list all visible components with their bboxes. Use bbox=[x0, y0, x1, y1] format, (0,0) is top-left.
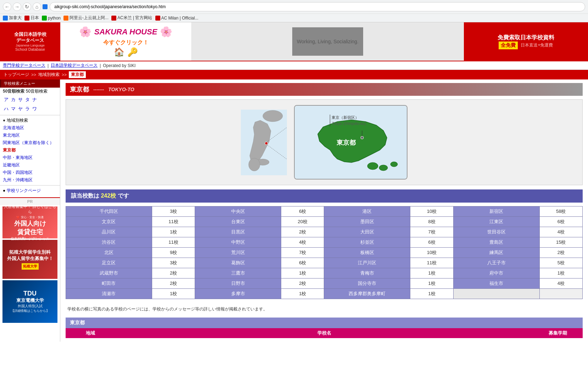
pr-banner-tdu[interactable]: TDU 東京電機大学 外国人特別入試 【詳細情報はこちらから】 bbox=[2, 280, 57, 323]
district-edogawa[interactable]: 江戸川区 bbox=[324, 258, 410, 268]
count-shibuya: 11校 bbox=[152, 237, 195, 248]
hiragana-grid-row2: ハ マ ヤ ラ ワ bbox=[0, 104, 60, 114]
district-nakano[interactable]: 中野区 bbox=[195, 237, 281, 248]
district-kiyose[interactable]: 清瀬市 bbox=[66, 289, 152, 299]
tdu-badge: 拓殖大学 bbox=[22, 263, 39, 270]
table-row: 千代田区 3校 中央区 6校 港区 10校 新宿区 58校 bbox=[66, 206, 583, 217]
district-meguro[interactable]: 目黒区 bbox=[195, 227, 281, 237]
pr-rental-cta: 入居者募集中！ 詳しくはこちら bbox=[2, 204, 57, 215]
district-machida[interactable]: 町田市 bbox=[66, 279, 152, 289]
region-link-kinki[interactable]: 近畿地区 bbox=[3, 162, 20, 167]
refresh-button[interactable]: ↻ bbox=[23, 2, 31, 11]
bookmark-japan[interactable]: 日本 bbox=[24, 15, 39, 21]
pr-banner-rental[interactable]: 入居者募集中！ 詳しくはこちら ❤️ 安心・安全・快適 外国人向け 賃貸住宅 住… bbox=[2, 206, 57, 238]
district-hachioji[interactable]: 八王子市 bbox=[453, 258, 539, 268]
bookmark-acmilan-jp[interactable]: AC米兰 | 官方网站 bbox=[111, 15, 152, 21]
pr-banner-takushoku[interactable]: 拓殖大学留学生別科 外国人留学生募集中！ 拓殖大学 bbox=[2, 240, 57, 279]
count-kiyose: 1校 bbox=[152, 289, 195, 299]
sidebar-region-kinki[interactable]: 近畿地区 bbox=[0, 161, 60, 169]
hira-ma[interactable]: マ bbox=[10, 106, 16, 112]
bookmark-aliyun[interactable]: 阿里云-上云就上阿... bbox=[63, 15, 109, 21]
district-fuchu[interactable]: 府中市 bbox=[453, 268, 539, 279]
sidebar-region-kyushu[interactable]: 九州・沖縄地区 bbox=[0, 176, 60, 184]
district-mitaka[interactable]: 三鷹市 bbox=[195, 268, 281, 279]
senmon-link[interactable]: 専門学校データベース bbox=[3, 62, 45, 68]
sidebar-region-tokyo[interactable]: 東京都 bbox=[0, 147, 60, 154]
hira-na[interactable]: ナ bbox=[31, 96, 38, 103]
district-koto[interactable]: 江東区 bbox=[453, 217, 539, 227]
hira-sa[interactable]: サ bbox=[17, 96, 23, 103]
school-link-anchor[interactable]: 学校リンクページ bbox=[7, 188, 41, 193]
district-adachi[interactable]: 足立区 bbox=[66, 258, 152, 268]
breadcrumb-region[interactable]: 地域別検索 bbox=[38, 72, 60, 78]
district-shibuya[interactable]: 渋谷区 bbox=[66, 237, 152, 248]
count-suginami: 6校 bbox=[410, 237, 453, 248]
district-nerima[interactable]: 練馬区 bbox=[453, 248, 539, 258]
bookmark-canada[interactable]: 加拿大 bbox=[3, 15, 22, 21]
banner-sakura[interactable]: 🌸 SAKURA HOUSE 🌸 今すぐクリック！ 🏠 🔑 bbox=[60, 22, 192, 61]
district-ota[interactable]: 大田区 bbox=[324, 227, 410, 237]
district-suginami[interactable]: 杉並区 bbox=[324, 237, 410, 248]
hira-ha[interactable]: ハ bbox=[3, 106, 9, 112]
banner-right[interactable]: 免費索取日本学校資料 全免費 日本直送+免運費 bbox=[464, 22, 588, 61]
japan-map-small bbox=[241, 110, 287, 175]
count-musashino: 2校 bbox=[152, 268, 195, 279]
sidebar-region-kanto[interactable]: 関東地区（東京都を除く） bbox=[0, 139, 60, 147]
region-link-chugoku[interactable]: 中国・四国地区 bbox=[3, 170, 33, 175]
district-chiyoda[interactable]: 千代田区 bbox=[66, 206, 152, 217]
region-link-kanto[interactable]: 関東地区（東京都を除く） bbox=[3, 140, 54, 145]
district-tama[interactable]: 多摩市 bbox=[195, 289, 281, 299]
pr-tdu-admission: 外国人特別入試 bbox=[18, 304, 43, 309]
district-shinagawa[interactable]: 品川区 bbox=[66, 227, 152, 237]
sidebar-region-hokkaido[interactable]: 北海道地区 bbox=[0, 124, 60, 132]
url-bar[interactable] bbox=[50, 2, 585, 11]
district-nishitama[interactable]: 西多摩郡奥多摩町 bbox=[324, 289, 410, 299]
district-musashino[interactable]: 武蔵野市 bbox=[66, 268, 152, 279]
district-itabashi[interactable]: 板橋区 bbox=[324, 248, 410, 258]
district-ome[interactable]: 青梅市 bbox=[324, 268, 410, 279]
hira-a[interactable]: ア bbox=[3, 96, 9, 103]
district-kokubunji[interactable]: 国分寺市 bbox=[324, 279, 410, 289]
district-kita[interactable]: 北区 bbox=[66, 248, 152, 258]
nihongo-link[interactable]: 日本語学校データベース bbox=[51, 62, 98, 68]
back-button[interactable]: ← bbox=[3, 2, 11, 11]
district-sumida[interactable]: 墨田区 bbox=[324, 217, 410, 227]
district-taito[interactable]: 台東区 bbox=[195, 217, 281, 227]
district-chuo[interactable]: 中央区 bbox=[195, 206, 281, 217]
sidebar-region-chugoku[interactable]: 中国・四国地区 bbox=[0, 169, 60, 176]
forward-button[interactable]: → bbox=[13, 2, 21, 11]
sidebar-region-chubu[interactable]: 中部・東海地区 bbox=[0, 154, 60, 161]
sakura-content: 🌸 SAKURA HOUSE 🌸 今すぐクリック！ 🏠 🔑 bbox=[79, 26, 173, 57]
hira-wa[interactable]: ワ bbox=[31, 106, 38, 112]
hira-ka[interactable]: カ bbox=[10, 96, 16, 103]
home-button[interactable]: ⌂ bbox=[33, 2, 41, 11]
district-arakawa[interactable]: 荒川区 bbox=[195, 248, 281, 258]
district-minato[interactable]: 港区 bbox=[324, 206, 410, 217]
hira-ya[interactable]: ヤ bbox=[17, 106, 23, 112]
region-link-tokyo[interactable]: 東京都 bbox=[3, 148, 16, 153]
hira-ra[interactable]: ラ bbox=[24, 106, 30, 112]
bookmark-favicon bbox=[3, 16, 8, 21]
bookmark-python[interactable]: python bbox=[42, 16, 61, 21]
region-link-chubu[interactable]: 中部・東海地区 bbox=[3, 155, 33, 160]
region-link-kyushu[interactable]: 九州・沖縄地区 bbox=[3, 177, 33, 182]
district-katsushika[interactable]: 葛飾区 bbox=[195, 258, 281, 268]
count-sumida: 8校 bbox=[410, 217, 453, 227]
breadcrumb-home[interactable]: トップページ bbox=[4, 72, 29, 78]
count-bunkyo: 11校 bbox=[152, 217, 195, 227]
sidebar-region-tohoku[interactable]: 東北地区 bbox=[0, 132, 60, 139]
region-link-hokkaido[interactable]: 北海道地区 bbox=[3, 125, 24, 130]
district-hino[interactable]: 日野市 bbox=[195, 279, 281, 289]
sidebar-school-link[interactable]: ● 学校リンクページ bbox=[0, 187, 60, 194]
count-setagaya: 4校 bbox=[539, 227, 582, 237]
table-row: 清瀬市 1校 多摩市 1校 西多摩郡奥多摩町 1校 bbox=[66, 289, 583, 299]
district-shinjuku[interactable]: 新宿区 bbox=[453, 206, 539, 217]
district-setagaya[interactable]: 世田谷区 bbox=[453, 227, 539, 237]
bookmark-acmilan-en[interactable]: AC Milan | Official... bbox=[155, 16, 199, 21]
region-link-tohoku[interactable]: 東北地区 bbox=[3, 133, 20, 138]
hira-ta[interactable]: タ bbox=[24, 96, 30, 103]
district-toshima[interactable]: 豊島区 bbox=[453, 237, 539, 248]
district-bunkyo[interactable]: 文京区 bbox=[66, 217, 152, 227]
count-shinjuku: 58校 bbox=[539, 206, 582, 217]
district-fussa[interactable]: 福生市 bbox=[453, 279, 539, 289]
